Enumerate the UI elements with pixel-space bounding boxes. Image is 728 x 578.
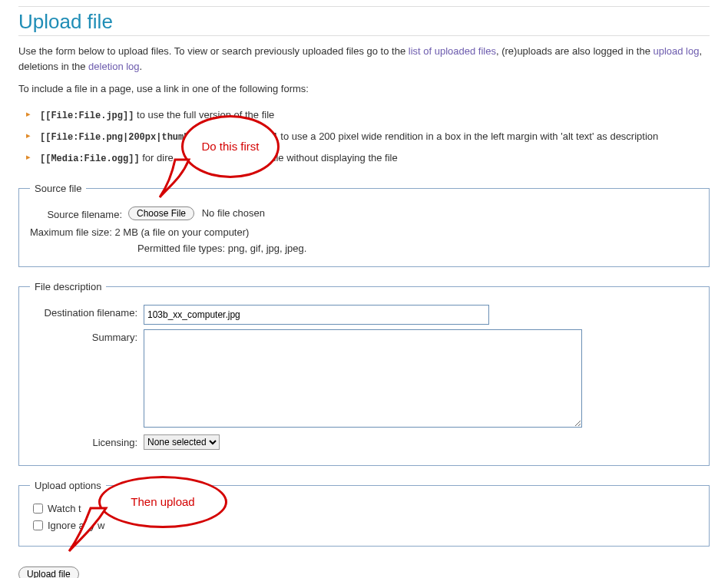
wikicode-file-full: [[File:File.jpg]] xyxy=(40,111,134,121)
item1-desc: to use the full version of the file xyxy=(134,109,274,121)
file-description-fieldset: File description Destination filename: S… xyxy=(18,281,710,466)
licensing-label: Licensing: xyxy=(30,434,144,448)
cursor-icon: ↖ xyxy=(184,154,194,166)
upload-file-button[interactable]: Upload file xyxy=(18,566,79,579)
upload-options-fieldset: Upload options Watch t Ignore any w xyxy=(18,480,710,547)
intro-text-2: , (re)uploads are also logged in the xyxy=(496,45,654,57)
top-divider xyxy=(18,6,710,7)
link-forms-list: [[File:File.jpg]] to use the full versio… xyxy=(18,104,710,169)
link-deletion-log[interactable]: deletion log xyxy=(88,61,140,72)
file-description-legend: File description xyxy=(30,281,106,292)
wikicode-file-thumb: [[File:File.png|200px|thumb|left|alt tex… xyxy=(40,132,278,143)
no-file-chosen-text: No file chosen xyxy=(202,207,265,219)
upload-options-legend: Upload options xyxy=(30,480,106,491)
item3-desc-a: for dire xyxy=(140,152,174,163)
wikicode-media: [[Media:File.ogg]] xyxy=(40,154,140,164)
destination-filename-input[interactable] xyxy=(144,305,489,325)
item3-desc-b: file without displaying the file xyxy=(271,152,398,163)
source-file-legend: Source file xyxy=(30,183,86,194)
max-size-note: Maximum file size: 2 MB (a file on your … xyxy=(30,226,698,238)
link-upload-log[interactable]: upload log xyxy=(653,45,699,57)
include-intro: To include a file in a page, use a link … xyxy=(18,81,710,97)
source-file-fieldset: Source file Source filename: Choose File… xyxy=(18,183,710,267)
list-item: [[File:File.jpg]] to use the full versio… xyxy=(26,104,710,126)
page-title: Upload file xyxy=(18,10,710,36)
summary-textarea[interactable] xyxy=(144,329,582,428)
choose-file-button[interactable]: Choose File xyxy=(128,206,194,220)
intro-paragraph: Use the form below to upload files. To v… xyxy=(18,44,710,74)
ignore-warnings-label: Ignore any w xyxy=(48,520,104,531)
permitted-types-note: Permitted file types: png, gif, jpg, jpe… xyxy=(137,243,698,254)
licensing-select[interactable]: None selected xyxy=(144,434,220,450)
source-filename-label: Source filename: xyxy=(30,206,128,220)
destination-filename-label: Destination filename: xyxy=(30,305,144,319)
item2-desc: to use a 200 pixel wide rendition in a b… xyxy=(278,130,659,142)
watch-checkbox[interactable] xyxy=(33,504,43,514)
intro-text-1: Use the form below to upload files. To v… xyxy=(18,45,409,57)
ignore-warnings-checkbox[interactable] xyxy=(33,520,43,530)
summary-label: Summary: xyxy=(30,329,144,343)
list-item: [[Media:File.ogg]] for dire file without… xyxy=(26,147,710,169)
watch-label: Watch t xyxy=(48,503,81,514)
list-item: [[File:File.png|200px|thumb|left|alt tex… xyxy=(26,126,710,147)
intro-text-4: . xyxy=(140,61,143,72)
link-list-of-uploaded-files[interactable]: list of uploaded files xyxy=(409,45,496,57)
